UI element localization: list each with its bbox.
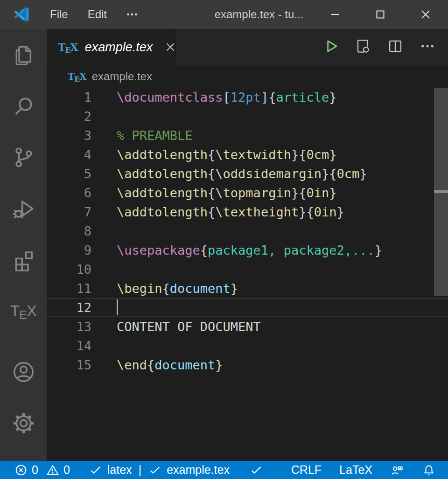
- feedback-button[interactable]: [390, 461, 404, 479]
- overview-cursor-marker: [434, 190, 448, 193]
- line-number: 8: [47, 222, 91, 241]
- line-number: 6: [47, 183, 91, 202]
- menu-file[interactable]: File: [40, 0, 78, 29]
- search-icon: [11, 93, 36, 119]
- bell-icon: [422, 463, 436, 477]
- line-number: 7: [47, 202, 91, 222]
- line-number: 15: [47, 355, 91, 375]
- code-line[interactable]: 15\end{document}: [47, 355, 448, 375]
- code-line[interactable]: 12: [47, 298, 448, 317]
- line-number: 1: [47, 88, 91, 107]
- code-text: \begin{document}: [117, 279, 238, 298]
- account-icon: [11, 359, 36, 385]
- menu-edit[interactable]: Edit: [78, 0, 117, 29]
- code-text: % PREAMBLE: [117, 126, 193, 145]
- line-number: 9: [47, 241, 91, 260]
- line-number: 13: [47, 317, 91, 336]
- latex-root-label: latex: [107, 463, 132, 477]
- split-editor-button[interactable]: [386, 37, 404, 57]
- line-number: 12: [47, 298, 91, 317]
- compile-status[interactable]: [249, 461, 263, 479]
- line-number: 10: [47, 260, 91, 279]
- maximize-button[interactable]: [357, 0, 403, 29]
- tex-file-icon: TEX: [58, 41, 78, 53]
- code-lines: 1\documentclass[12pt]{article}23% PREAMB…: [47, 88, 448, 375]
- sidebar-item-search[interactable]: [0, 80, 47, 132]
- close-button[interactable]: [403, 0, 448, 29]
- code-line[interactable]: 5\addtolength{\oddsidemargin}{0cm}: [47, 164, 448, 183]
- line-number: 2: [47, 107, 91, 126]
- line-number: 11: [47, 279, 91, 298]
- code-line[interactable]: 1\documentclass[12pt]{article}: [47, 88, 448, 107]
- code-editor[interactable]: 1\documentclass[12pt]{article}23% PREAMB…: [47, 88, 448, 461]
- code-line[interactable]: 4\addtolength{\textwidth}{0cm}: [47, 145, 448, 164]
- view-latex-pdf-button[interactable]: [354, 37, 372, 57]
- sidebar-item-latex-workshop[interactable]: TEX: [0, 285, 47, 337]
- tab-close-icon[interactable]: [164, 41, 177, 54]
- tex-activity-icon: TEX: [10, 302, 36, 320]
- vertical-scrollbar[interactable]: [434, 88, 448, 461]
- minimize-button[interactable]: [312, 0, 357, 29]
- code-text: \addtolength{\textwidth}{0cm}: [117, 145, 336, 164]
- language-mode[interactable]: LaTeX: [339, 461, 372, 479]
- breadcrumb-file[interactable]: example.tex: [92, 70, 152, 83]
- code-text: \end{document}: [117, 355, 223, 375]
- build-latex-button[interactable]: [322, 37, 340, 57]
- warning-count: 0: [63, 463, 70, 477]
- sidebar-item-explorer[interactable]: [0, 29, 47, 80]
- sidebar-item-settings[interactable]: [0, 397, 47, 449]
- check-icon: [249, 463, 263, 477]
- code-text: \addtolength{\oddsidemargin}{0cm}: [117, 164, 367, 183]
- tab-example-tex[interactable]: TEX example.tex: [47, 29, 176, 65]
- title-bar: File Edit example.tex - tu...: [0, 0, 448, 29]
- status-bar: 0 0 latex | example.tex CRLF LaTeX: [0, 461, 448, 479]
- code-line[interactable]: 10: [47, 260, 448, 279]
- sidebar-item-source-control[interactable]: [0, 132, 47, 183]
- code-line[interactable]: 2: [47, 107, 448, 126]
- problems-warnings[interactable]: 0: [46, 461, 70, 479]
- latex-file-label: example.tex: [167, 463, 230, 477]
- check-icon: [148, 463, 162, 477]
- tab-label: example.tex: [85, 40, 153, 55]
- breadcrumb: TEX example.tex: [47, 65, 448, 88]
- code-line[interactable]: 8: [47, 222, 448, 241]
- code-line[interactable]: 6\addtolength{\topmargin}{0in}: [47, 183, 448, 202]
- separator: |: [137, 463, 144, 477]
- code-line[interactable]: 7\addtolength{\textheight}{0in}: [47, 202, 448, 222]
- tab-bar: TEX example.tex: [47, 29, 448, 65]
- text-cursor: [117, 299, 118, 315]
- code-text: \documentclass[12pt]{article}: [117, 88, 336, 107]
- problems-errors[interactable]: 0: [14, 461, 38, 479]
- line-number: 4: [47, 145, 91, 164]
- error-count: 0: [32, 463, 38, 477]
- sidebar-item-extensions[interactable]: [0, 234, 47, 285]
- notifications-button[interactable]: [422, 461, 436, 479]
- extensions-icon: [11, 247, 36, 273]
- code-line[interactable]: 9\usepackage{package1, package2,...}: [47, 241, 448, 260]
- latex-workshop-status[interactable]: latex | example.tex: [89, 461, 230, 479]
- code-line[interactable]: 14: [47, 336, 448, 355]
- eol-indicator[interactable]: CRLF: [291, 461, 322, 479]
- code-text: CONTENT OF DOCUMENT: [117, 317, 261, 336]
- sidebar-item-accounts[interactable]: [0, 346, 47, 397]
- gear-icon: [11, 410, 36, 436]
- code-line[interactable]: 11\begin{document}: [47, 279, 448, 298]
- code-text: \usepackage{package1, package2,...}: [117, 241, 382, 260]
- code-line[interactable]: 3% PREAMBLE: [47, 126, 448, 145]
- files-icon: [11, 42, 36, 68]
- sidebar-item-run-debug[interactable]: [0, 183, 47, 234]
- git-branch-icon: [11, 145, 36, 170]
- line-number: 14: [47, 336, 91, 355]
- code-line[interactable]: 13CONTENT OF DOCUMENT: [47, 317, 448, 336]
- tex-file-icon: TEX: [68, 71, 86, 82]
- menu-overflow-icon[interactable]: [117, 7, 147, 22]
- feedback-icon: [390, 463, 404, 477]
- warning-icon: [46, 463, 60, 477]
- more-actions-button[interactable]: [419, 37, 436, 57]
- debug-icon: [11, 196, 36, 222]
- line-number: 5: [47, 164, 91, 183]
- error-icon: [14, 463, 28, 477]
- editor-group: TEX example.tex: [47, 29, 448, 461]
- vscode-logo-icon: [12, 5, 31, 24]
- code-text: \addtolength{\textheight}{0in}: [117, 202, 344, 222]
